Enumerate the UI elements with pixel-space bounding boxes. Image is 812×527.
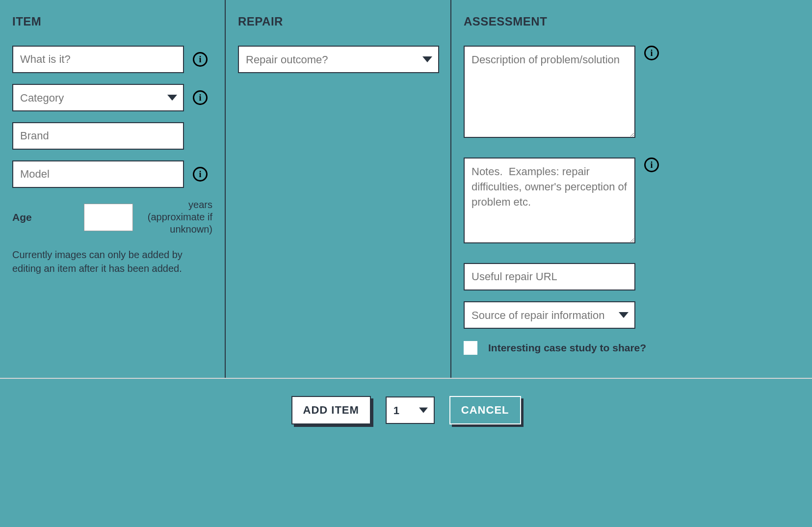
category-select-wrap: Category xyxy=(12,84,184,111)
spacer xyxy=(671,0,812,378)
notes-row: i xyxy=(464,158,659,243)
source-select-wrap: Source of repair information xyxy=(464,301,635,329)
model-row: i xyxy=(12,160,212,188)
quantity-wrap: 1 xyxy=(386,396,435,424)
case-study-label: Interesting case study to share? xyxy=(488,342,646,354)
cancel-button[interactable]: CANCEL xyxy=(449,396,521,424)
chevron-down-icon xyxy=(419,408,428,413)
repair-outcome-select[interactable]: Repair outcome? xyxy=(238,46,439,73)
age-input[interactable] xyxy=(84,204,133,231)
description-row: i xyxy=(464,46,659,138)
add-item-button[interactable]: ADD ITEM xyxy=(291,396,371,424)
model-input[interactable] xyxy=(12,160,184,188)
age-hint: years (approximate if unknown) xyxy=(142,199,212,236)
brand-input[interactable] xyxy=(12,122,184,150)
notes-textarea[interactable] xyxy=(464,158,635,243)
repair-heading: REPAIR xyxy=(238,15,438,28)
info-icon[interactable]: i xyxy=(193,90,208,105)
info-icon[interactable]: i xyxy=(644,46,659,60)
form-area: ITEM i Category i i Age years (app xyxy=(0,0,812,378)
category-select[interactable]: Category xyxy=(12,84,184,111)
column-repair: REPAIR Repair outcome? xyxy=(226,0,451,378)
age-row: Age years (approximate if unknown) xyxy=(12,199,212,236)
assessment-heading: ASSESSMENT xyxy=(464,15,659,28)
column-assessment: ASSESSMENT i i Source of repair informat… xyxy=(451,0,671,378)
case-study-checkbox[interactable] xyxy=(464,341,477,355)
repair-outcome-row: Repair outcome? xyxy=(238,46,438,73)
case-study-row: Interesting case study to share? xyxy=(464,341,659,355)
info-icon[interactable]: i xyxy=(193,167,208,182)
age-label: Age xyxy=(12,211,32,223)
info-icon[interactable]: i xyxy=(644,158,659,172)
repair-outcome-wrap: Repair outcome? xyxy=(238,46,439,73)
image-upload-note: Currently images can only be added by ed… xyxy=(12,248,212,275)
brand-row xyxy=(12,122,212,150)
what-is-it-row: i xyxy=(12,46,212,73)
column-item: ITEM i Category i i Age years (app xyxy=(0,0,226,378)
item-heading: ITEM xyxy=(12,15,212,28)
category-row: Category i xyxy=(12,84,212,111)
footer: ADD ITEM 1 CANCEL xyxy=(0,379,812,447)
repair-url-row xyxy=(464,263,659,290)
source-select[interactable]: Source of repair information xyxy=(464,301,635,329)
info-icon[interactable]: i xyxy=(193,52,208,67)
description-textarea[interactable] xyxy=(464,46,635,138)
repair-url-input[interactable] xyxy=(464,263,635,290)
source-row: Source of repair information xyxy=(464,301,659,329)
what-is-it-input[interactable] xyxy=(12,46,184,73)
